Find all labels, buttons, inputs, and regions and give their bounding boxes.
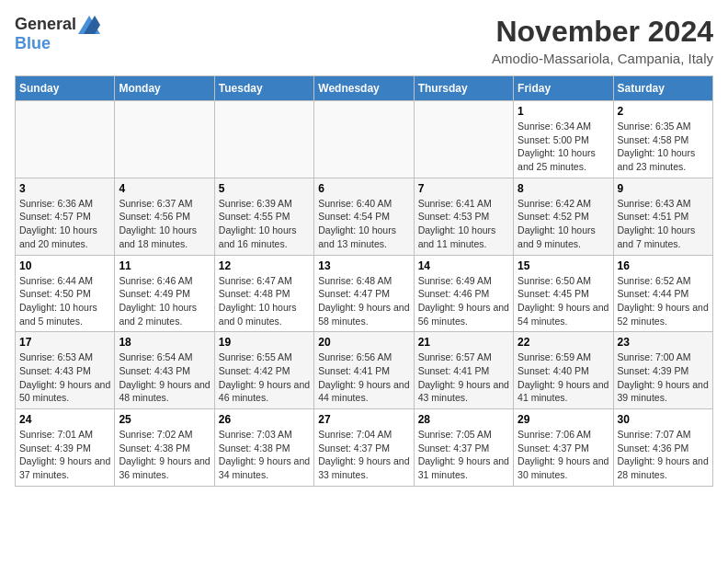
logo: General Blue <box>15 15 100 53</box>
calendar-cell: 26Sunrise: 7:03 AMSunset: 4:38 PMDayligh… <box>214 409 313 487</box>
weekday-header-sunday: Sunday <box>16 76 115 101</box>
weekday-header-friday: Friday <box>514 76 613 101</box>
calendar-cell: 19Sunrise: 6:55 AMSunset: 4:42 PMDayligh… <box>214 332 313 409</box>
calendar-cell: 20Sunrise: 6:56 AMSunset: 4:41 PMDayligh… <box>314 332 414 409</box>
calendar-cell: 18Sunrise: 6:54 AMSunset: 4:43 PMDayligh… <box>115 332 214 409</box>
calendar-cell: 8Sunrise: 6:42 AMSunset: 4:52 PMDaylight… <box>514 178 613 255</box>
day-detail: Sunrise: 6:56 AMSunset: 4:41 PMDaylight:… <box>318 350 409 405</box>
calendar-cell: 25Sunrise: 7:02 AMSunset: 4:38 PMDayligh… <box>115 409 214 487</box>
day-detail: Sunrise: 6:54 AMSunset: 4:43 PMDaylight:… <box>119 350 210 405</box>
calendar-cell <box>214 101 313 178</box>
calendar-week-0: 1Sunrise: 6:34 AMSunset: 5:00 PMDaylight… <box>16 101 713 178</box>
day-number: 14 <box>418 259 509 272</box>
day-detail: Sunrise: 6:50 AMSunset: 4:45 PMDaylight:… <box>518 274 609 328</box>
calendar-cell: 16Sunrise: 6:52 AMSunset: 4:44 PMDayligh… <box>613 255 712 332</box>
day-number: 12 <box>219 259 310 272</box>
day-number: 11 <box>119 259 210 272</box>
day-number: 21 <box>418 336 509 349</box>
calendar-cell: 3Sunrise: 6:36 AMSunset: 4:57 PMDaylight… <box>16 178 115 255</box>
calendar-cell: 17Sunrise: 6:53 AMSunset: 4:43 PMDayligh… <box>16 332 115 409</box>
day-detail: Sunrise: 6:52 AMSunset: 4:44 PMDaylight:… <box>618 274 709 328</box>
calendar-cell: 27Sunrise: 7:04 AMSunset: 4:37 PMDayligh… <box>314 409 414 487</box>
calendar-header-row: SundayMondayTuesdayWednesdayThursdayFrid… <box>16 76 713 101</box>
calendar-cell: 10Sunrise: 6:44 AMSunset: 4:50 PMDayligh… <box>16 255 115 332</box>
logo-icon <box>78 16 100 34</box>
calendar-cell <box>16 101 115 178</box>
calendar-cell: 22Sunrise: 6:59 AMSunset: 4:40 PMDayligh… <box>514 332 613 409</box>
day-detail: Sunrise: 6:59 AMSunset: 4:40 PMDaylight:… <box>518 350 609 405</box>
weekday-header-tuesday: Tuesday <box>214 76 313 101</box>
calendar-week-4: 24Sunrise: 7:01 AMSunset: 4:39 PMDayligh… <box>16 409 713 487</box>
calendar-cell: 15Sunrise: 6:50 AMSunset: 4:45 PMDayligh… <box>514 255 613 332</box>
day-detail: Sunrise: 6:40 AMSunset: 4:54 PMDaylight:… <box>318 197 409 251</box>
day-number: 19 <box>219 336 310 349</box>
day-number: 29 <box>518 413 609 426</box>
day-detail: Sunrise: 7:03 AMSunset: 4:38 PMDaylight:… <box>219 428 310 482</box>
calendar-cell <box>314 101 414 178</box>
day-number: 1 <box>518 105 609 118</box>
logo-blue-text: Blue <box>15 34 51 53</box>
day-number: 24 <box>19 413 110 426</box>
day-number: 2 <box>618 105 709 118</box>
weekday-header-wednesday: Wednesday <box>314 76 414 101</box>
day-number: 9 <box>618 182 709 195</box>
calendar-cell: 24Sunrise: 7:01 AMSunset: 4:39 PMDayligh… <box>16 409 115 487</box>
day-detail: Sunrise: 7:07 AMSunset: 4:36 PMDaylight:… <box>618 428 709 482</box>
day-number: 26 <box>219 413 310 426</box>
calendar-cell: 28Sunrise: 7:05 AMSunset: 4:37 PMDayligh… <box>414 409 513 487</box>
calendar-cell: 7Sunrise: 6:41 AMSunset: 4:53 PMDaylight… <box>414 178 513 255</box>
calendar-cell: 14Sunrise: 6:49 AMSunset: 4:46 PMDayligh… <box>414 255 513 332</box>
calendar-week-2: 10Sunrise: 6:44 AMSunset: 4:50 PMDayligh… <box>16 255 713 332</box>
calendar-cell: 23Sunrise: 7:00 AMSunset: 4:39 PMDayligh… <box>613 332 712 409</box>
day-detail: Sunrise: 6:46 AMSunset: 4:49 PMDaylight:… <box>119 274 210 328</box>
calendar-cell: 12Sunrise: 6:47 AMSunset: 4:48 PMDayligh… <box>214 255 313 332</box>
day-detail: Sunrise: 6:34 AMSunset: 5:00 PMDaylight:… <box>518 120 609 174</box>
day-detail: Sunrise: 6:48 AMSunset: 4:47 PMDaylight:… <box>318 274 409 328</box>
calendar-cell: 4Sunrise: 6:37 AMSunset: 4:56 PMDaylight… <box>115 178 214 255</box>
day-number: 15 <box>518 259 609 272</box>
page-header: General Blue November 2024 Amodio-Massar… <box>15 15 713 66</box>
calendar-cell: 2Sunrise: 6:35 AMSunset: 4:58 PMDaylight… <box>613 101 712 178</box>
calendar-cell: 29Sunrise: 7:06 AMSunset: 4:37 PMDayligh… <box>514 409 613 487</box>
calendar-cell: 5Sunrise: 6:39 AMSunset: 4:55 PMDaylight… <box>214 178 313 255</box>
calendar-week-3: 17Sunrise: 6:53 AMSunset: 4:43 PMDayligh… <box>16 332 713 409</box>
day-detail: Sunrise: 6:37 AMSunset: 4:56 PMDaylight:… <box>119 197 210 251</box>
day-number: 10 <box>19 259 110 272</box>
calendar-cell: 13Sunrise: 6:48 AMSunset: 4:47 PMDayligh… <box>314 255 414 332</box>
calendar-cell <box>414 101 513 178</box>
day-detail: Sunrise: 7:01 AMSunset: 4:39 PMDaylight:… <box>19 428 110 482</box>
logo-general-text: General <box>15 15 76 34</box>
day-number: 16 <box>618 259 709 272</box>
calendar-cell <box>115 101 214 178</box>
day-number: 23 <box>618 336 709 349</box>
weekday-header-thursday: Thursday <box>414 76 513 101</box>
day-detail: Sunrise: 6:42 AMSunset: 4:52 PMDaylight:… <box>518 197 609 251</box>
day-number: 3 <box>19 182 110 195</box>
day-detail: Sunrise: 7:05 AMSunset: 4:37 PMDaylight:… <box>418 428 509 482</box>
day-detail: Sunrise: 6:43 AMSunset: 4:51 PMDaylight:… <box>618 197 709 251</box>
day-detail: Sunrise: 7:00 AMSunset: 4:39 PMDaylight:… <box>618 350 709 405</box>
day-number: 5 <box>219 182 310 195</box>
calendar-body: 1Sunrise: 6:34 AMSunset: 5:00 PMDaylight… <box>16 101 713 487</box>
day-detail: Sunrise: 6:41 AMSunset: 4:53 PMDaylight:… <box>418 197 509 251</box>
calendar-cell: 21Sunrise: 6:57 AMSunset: 4:41 PMDayligh… <box>414 332 513 409</box>
day-detail: Sunrise: 7:04 AMSunset: 4:37 PMDaylight:… <box>318 428 409 482</box>
day-detail: Sunrise: 6:55 AMSunset: 4:42 PMDaylight:… <box>219 350 310 405</box>
calendar-cell: 30Sunrise: 7:07 AMSunset: 4:36 PMDayligh… <box>613 409 712 487</box>
title-area: November 2024 Amodio-Massariola, Campani… <box>492 15 713 66</box>
calendar-cell: 11Sunrise: 6:46 AMSunset: 4:49 PMDayligh… <box>115 255 214 332</box>
day-detail: Sunrise: 6:53 AMSunset: 4:43 PMDaylight:… <box>19 350 110 405</box>
day-detail: Sunrise: 6:39 AMSunset: 4:55 PMDaylight:… <box>219 197 310 251</box>
month-title: November 2024 <box>492 15 713 49</box>
day-detail: Sunrise: 6:47 AMSunset: 4:48 PMDaylight:… <box>219 274 310 328</box>
weekday-header-saturday: Saturday <box>613 76 712 101</box>
day-detail: Sunrise: 6:35 AMSunset: 4:58 PMDaylight:… <box>618 120 709 174</box>
day-number: 17 <box>19 336 110 349</box>
day-number: 27 <box>318 413 409 426</box>
calendar-cell: 9Sunrise: 6:43 AMSunset: 4:51 PMDaylight… <box>613 178 712 255</box>
day-detail: Sunrise: 6:49 AMSunset: 4:46 PMDaylight:… <box>418 274 509 328</box>
calendar-table: SundayMondayTuesdayWednesdayThursdayFrid… <box>15 75 713 487</box>
day-number: 22 <box>518 336 609 349</box>
day-number: 4 <box>119 182 210 195</box>
calendar-cell: 1Sunrise: 6:34 AMSunset: 5:00 PMDaylight… <box>514 101 613 178</box>
